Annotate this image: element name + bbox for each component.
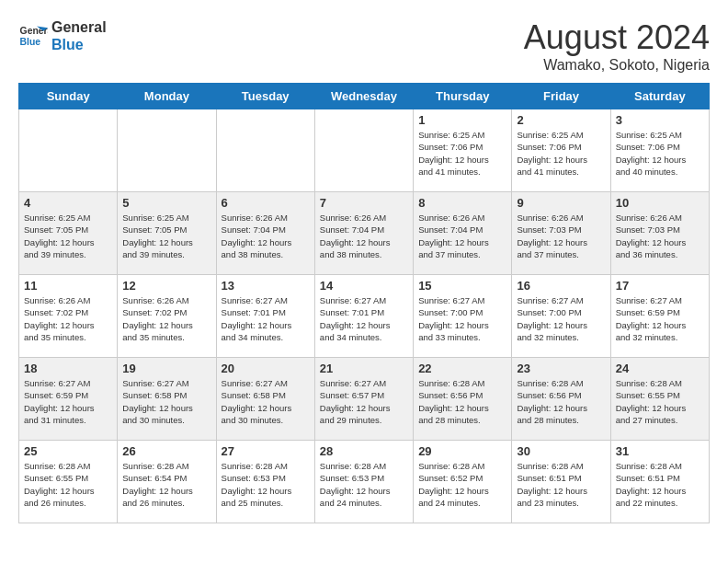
- calendar-week-4: 18Sunrise: 6:27 AM Sunset: 6:59 PM Dayli…: [19, 358, 710, 441]
- day-info: Sunrise: 6:25 AM Sunset: 7:06 PM Dayligh…: [418, 129, 506, 178]
- day-number: 25: [24, 444, 112, 458]
- day-number: 22: [418, 362, 506, 375]
- calendar-cell: 24Sunrise: 6:28 AM Sunset: 6:55 PM Dayli…: [610, 358, 709, 441]
- day-info: Sunrise: 6:26 AM Sunset: 7:03 PM Dayligh…: [616, 212, 704, 260]
- day-number: 2: [517, 113, 605, 127]
- calendar-cell: 30Sunrise: 6:28 AM Sunset: 6:51 PM Dayli…: [512, 441, 610, 523]
- day-number: 9: [517, 196, 605, 210]
- header-friday: Friday: [512, 84, 610, 109]
- day-info: Sunrise: 6:25 AM Sunset: 7:06 PM Dayligh…: [616, 129, 704, 178]
- day-info: Sunrise: 6:28 AM Sunset: 6:55 PM Dayligh…: [616, 377, 704, 426]
- calendar-cell: 10Sunrise: 6:26 AM Sunset: 7:03 PM Dayli…: [610, 192, 709, 275]
- calendar-cell: 17Sunrise: 6:27 AM Sunset: 6:59 PM Dayli…: [610, 275, 709, 358]
- logo-general: General: [51, 18, 107, 36]
- day-number: 11: [24, 279, 112, 293]
- calendar-cell: 11Sunrise: 6:26 AM Sunset: 7:02 PM Dayli…: [19, 275, 118, 358]
- calendar-header-row: SundayMondayTuesdayWednesdayThursdayFrid…: [19, 84, 710, 109]
- day-info: Sunrise: 6:26 AM Sunset: 7:04 PM Dayligh…: [320, 212, 408, 260]
- day-info: Sunrise: 6:27 AM Sunset: 7:00 PM Dayligh…: [418, 294, 506, 343]
- day-number: 17: [616, 279, 704, 293]
- day-info: Sunrise: 6:28 AM Sunset: 6:52 PM Dayligh…: [418, 460, 506, 509]
- day-info: Sunrise: 6:28 AM Sunset: 6:56 PM Dayligh…: [418, 377, 506, 426]
- day-info: Sunrise: 6:28 AM Sunset: 6:56 PM Dayligh…: [517, 377, 605, 426]
- logo: General Blue General Blue: [18, 18, 107, 53]
- day-number: 31: [616, 444, 704, 458]
- calendar-cell: 19Sunrise: 6:27 AM Sunset: 6:58 PM Dayli…: [118, 358, 216, 441]
- day-number: 3: [616, 113, 704, 127]
- day-number: 30: [517, 444, 605, 458]
- day-number: 18: [24, 362, 112, 375]
- calendar-cell: 4Sunrise: 6:25 AM Sunset: 7:05 PM Daylig…: [19, 192, 118, 275]
- calendar-cell: 14Sunrise: 6:27 AM Sunset: 7:01 PM Dayli…: [314, 275, 413, 358]
- day-number: 4: [24, 196, 112, 210]
- day-info: Sunrise: 6:25 AM Sunset: 7:05 PM Dayligh…: [122, 212, 210, 260]
- day-number: 8: [418, 196, 506, 210]
- day-number: 14: [320, 279, 408, 293]
- day-number: 16: [517, 279, 605, 293]
- calendar-cell: 5Sunrise: 6:25 AM Sunset: 7:05 PM Daylig…: [118, 192, 216, 275]
- calendar-cell: 15Sunrise: 6:27 AM Sunset: 7:00 PM Dayli…: [414, 275, 512, 358]
- day-number: 15: [418, 279, 506, 293]
- day-info: Sunrise: 6:25 AM Sunset: 7:05 PM Dayligh…: [24, 212, 112, 260]
- calendar-week-1: 1Sunrise: 6:25 AM Sunset: 7:06 PM Daylig…: [19, 109, 710, 192]
- calendar-week-5: 25Sunrise: 6:28 AM Sunset: 6:55 PM Dayli…: [19, 441, 710, 523]
- day-number: 29: [418, 444, 506, 458]
- calendar-cell: 8Sunrise: 6:26 AM Sunset: 7:04 PM Daylig…: [414, 192, 512, 275]
- calendar-cell: 23Sunrise: 6:28 AM Sunset: 6:56 PM Dayli…: [512, 358, 610, 441]
- calendar-cell: [19, 109, 118, 192]
- day-info: Sunrise: 6:28 AM Sunset: 6:54 PM Dayligh…: [122, 460, 210, 509]
- header-saturday: Saturday: [610, 84, 709, 109]
- calendar-cell: 6Sunrise: 6:26 AM Sunset: 7:04 PM Daylig…: [216, 192, 314, 275]
- day-info: Sunrise: 6:28 AM Sunset: 6:51 PM Dayligh…: [517, 460, 605, 509]
- day-info: Sunrise: 6:26 AM Sunset: 7:02 PM Dayligh…: [24, 294, 112, 343]
- page-header: General Blue General Blue August 2024 Wa…: [18, 18, 710, 74]
- day-info: Sunrise: 6:28 AM Sunset: 6:53 PM Dayligh…: [320, 460, 408, 509]
- title-section: August 2024 Wamako, Sokoto, Nigeria: [524, 18, 710, 74]
- day-info: Sunrise: 6:27 AM Sunset: 7:01 PM Dayligh…: [320, 294, 408, 343]
- day-info: Sunrise: 6:27 AM Sunset: 7:00 PM Dayligh…: [517, 294, 605, 343]
- day-info: Sunrise: 6:28 AM Sunset: 6:51 PM Dayligh…: [616, 460, 704, 509]
- day-number: 1: [418, 113, 506, 127]
- day-info: Sunrise: 6:28 AM Sunset: 6:53 PM Dayligh…: [222, 460, 310, 509]
- calendar-table: SundayMondayTuesdayWednesdayThursdayFrid…: [18, 83, 710, 523]
- calendar-cell: 28Sunrise: 6:28 AM Sunset: 6:53 PM Dayli…: [314, 441, 413, 523]
- day-number: 23: [517, 362, 605, 375]
- day-info: Sunrise: 6:27 AM Sunset: 6:57 PM Dayligh…: [320, 377, 408, 426]
- day-number: 20: [222, 362, 310, 375]
- day-number: 19: [122, 362, 210, 375]
- calendar-week-3: 11Sunrise: 6:26 AM Sunset: 7:02 PM Dayli…: [19, 275, 710, 358]
- location-subtitle: Wamako, Sokoto, Nigeria: [524, 57, 710, 74]
- day-number: 21: [320, 362, 408, 375]
- calendar-cell: 18Sunrise: 6:27 AM Sunset: 6:59 PM Dayli…: [19, 358, 118, 441]
- header-sunday: Sunday: [19, 84, 118, 109]
- day-info: Sunrise: 6:28 AM Sunset: 6:55 PM Dayligh…: [24, 460, 112, 509]
- svg-text:Blue: Blue: [20, 37, 41, 47]
- day-number: 12: [122, 279, 210, 293]
- calendar-cell: 9Sunrise: 6:26 AM Sunset: 7:03 PM Daylig…: [512, 192, 610, 275]
- calendar-cell: 27Sunrise: 6:28 AM Sunset: 6:53 PM Dayli…: [216, 441, 314, 523]
- calendar-cell: 25Sunrise: 6:28 AM Sunset: 6:55 PM Dayli…: [19, 441, 118, 523]
- calendar-cell: 31Sunrise: 6:28 AM Sunset: 6:51 PM Dayli…: [610, 441, 709, 523]
- calendar-week-2: 4Sunrise: 6:25 AM Sunset: 7:05 PM Daylig…: [19, 192, 710, 275]
- calendar-cell: 16Sunrise: 6:27 AM Sunset: 7:00 PM Dayli…: [512, 275, 610, 358]
- calendar-cell: 1Sunrise: 6:25 AM Sunset: 7:06 PM Daylig…: [414, 109, 512, 192]
- calendar-cell: 26Sunrise: 6:28 AM Sunset: 6:54 PM Dayli…: [118, 441, 216, 523]
- day-info: Sunrise: 6:27 AM Sunset: 6:58 PM Dayligh…: [222, 377, 310, 426]
- calendar-cell: [314, 109, 413, 192]
- calendar-cell: 21Sunrise: 6:27 AM Sunset: 6:57 PM Dayli…: [314, 358, 413, 441]
- day-info: Sunrise: 6:27 AM Sunset: 6:58 PM Dayligh…: [122, 377, 210, 426]
- calendar-cell: 3Sunrise: 6:25 AM Sunset: 7:06 PM Daylig…: [610, 109, 709, 192]
- calendar-cell: 13Sunrise: 6:27 AM Sunset: 7:01 PM Dayli…: [216, 275, 314, 358]
- calendar-cell: [118, 109, 216, 192]
- day-number: 28: [320, 444, 408, 458]
- day-number: 27: [222, 444, 310, 458]
- day-info: Sunrise: 6:27 AM Sunset: 7:01 PM Dayligh…: [222, 294, 310, 343]
- calendar-cell: 20Sunrise: 6:27 AM Sunset: 6:58 PM Dayli…: [216, 358, 314, 441]
- day-info: Sunrise: 6:26 AM Sunset: 7:03 PM Dayligh…: [517, 212, 605, 260]
- day-info: Sunrise: 6:26 AM Sunset: 7:04 PM Dayligh…: [418, 212, 506, 260]
- day-number: 7: [320, 196, 408, 210]
- month-year-title: August 2024: [524, 18, 710, 57]
- day-info: Sunrise: 6:26 AM Sunset: 7:02 PM Dayligh…: [122, 294, 210, 343]
- day-number: 26: [122, 444, 210, 458]
- calendar-cell: 2Sunrise: 6:25 AM Sunset: 7:06 PM Daylig…: [512, 109, 610, 192]
